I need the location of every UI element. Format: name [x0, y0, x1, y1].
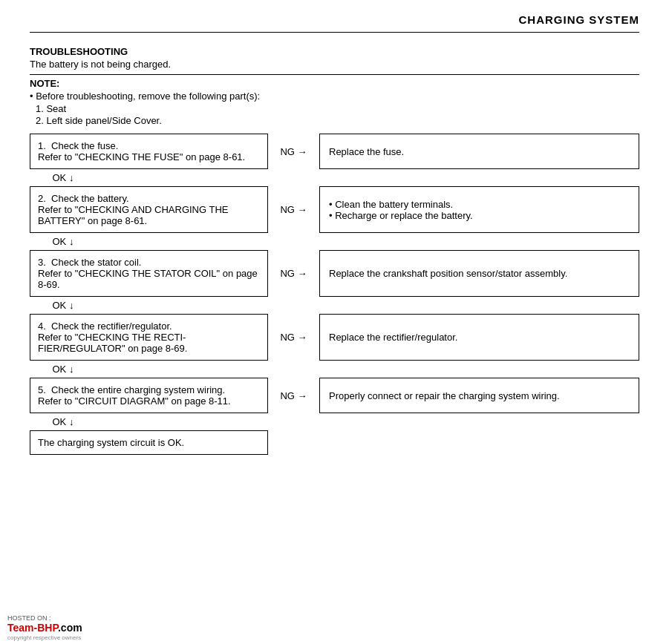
ok-row-2: OK ↓ — [30, 233, 639, 251]
final-step-text: The charging system circuit is OK. — [38, 437, 184, 448]
step-2-result-1: Clean the battery terminals. — [329, 199, 630, 210]
main-content: TROUBLESHOOTING The battery is not being… — [0, 40, 669, 470]
step-row-2: 2. Check the battery.Refer to "CHECKING … — [30, 187, 639, 233]
step-5-result: Properly connect or repair the charging … — [320, 378, 639, 413]
flow-table: 1. Check the fuse.Refer to "CHECKING THE… — [30, 134, 639, 455]
step-row-1: 1. Check the fuse.Refer to "CHECKING THE… — [30, 134, 639, 169]
step-2-result-2: Recharge or replace the battery. — [329, 210, 630, 221]
step-1-result: Replace the fuse. — [320, 134, 639, 169]
section-title: TROUBLESHOOTING — [30, 46, 639, 57]
footer-logo: Team-BHP — [7, 622, 58, 634]
step-3-ok: OK ↓ — [30, 297, 268, 315]
step-3-result: Replace the crankshaft position sensor/s… — [320, 251, 639, 297]
step-4-description: 4. Check the rectifier/regulator.Refer t… — [38, 321, 187, 354]
page-header: CHARGING SYSTEM — [0, 0, 669, 32]
note-label: NOTE: — [30, 78, 59, 89]
footer-logo-com: .com — [58, 622, 82, 634]
step-5-cell: 5. Check the entire charging system wiri… — [30, 378, 268, 413]
step-1-ng-arrow: NG → — [268, 134, 320, 169]
page-footer: HOSTED ON : Team-BHP.com copyright respe… — [0, 610, 669, 644]
page-container: CHARGING SYSTEM TROUBLESHOOTING The batt… — [0, 0, 669, 644]
ok-row-1: OK ↓ — [30, 169, 639, 187]
step-1-cell: 1. Check the fuse.Refer to "CHECKING THE… — [30, 134, 268, 169]
page-title: CHARGING SYSTEM — [518, 13, 639, 26]
step-1-ok: OK ↓ — [30, 169, 268, 187]
header-divider — [30, 32, 639, 33]
ok-row-5: OK ↓ — [30, 413, 639, 431]
note-divider — [30, 74, 639, 75]
step-row-3: 3. Check the stator coil.Refer to "CHECK… — [30, 251, 639, 297]
step-2-ng-arrow: NG → — [268, 187, 320, 233]
parts-list-item: 2. Left side panel/Side Cover. — [36, 115, 639, 126]
ok-row-3: OK ↓ — [30, 297, 639, 315]
final-step-row: The charging system circuit is OK. — [30, 431, 639, 455]
step-1-description: 1. Check the fuse.Refer to "CHECKING THE… — [38, 140, 245, 162]
step-2-description: 2. Check the battery.Refer to "CHECKING … — [38, 193, 228, 226]
step-row-5: 5. Check the entire charging system wiri… — [30, 378, 639, 413]
step-5-description: 5. Check the entire charging system wiri… — [38, 384, 231, 407]
section-subtitle: The battery is not being charged. — [30, 59, 639, 70]
step-2-result: Clean the battery terminals. Recharge or… — [320, 187, 639, 233]
step-5-ng-arrow: NG → — [268, 378, 320, 413]
step-4-ng-arrow: NG → — [268, 315, 320, 361]
step-2-cell: 2. Check the battery.Refer to "CHECKING … — [30, 187, 268, 233]
step-4-cell: 4. Check the rectifier/regulator.Refer t… — [30, 315, 268, 361]
step-3-ng-arrow: NG → — [268, 251, 320, 297]
footer-hosted-label: HOSTED ON : — [7, 614, 662, 622]
step-4-result: Replace the rectifier/regulator. — [320, 315, 639, 361]
step-2-result-list: Clean the battery terminals. Recharge or… — [329, 199, 630, 221]
step-4-ok: OK ↓ — [30, 361, 268, 378]
step-2-ok: OK ↓ — [30, 233, 268, 251]
note-header: NOTE: — [30, 78, 639, 89]
parts-list-item: 1. Seat — [36, 103, 639, 114]
final-step-cell: The charging system circuit is OK. — [30, 431, 268, 455]
step-row-4: 4. Check the rectifier/regulator.Refer t… — [30, 315, 639, 361]
ok-row-4: OK ↓ — [30, 361, 639, 378]
footer-copyright: copyright respective owners — [7, 634, 662, 641]
step-3-cell: 3. Check the stator coil.Refer to "CHECK… — [30, 251, 268, 297]
step-5-ok: OK ↓ — [30, 413, 268, 431]
note-text: • Before troubleshooting, remove the fol… — [30, 91, 639, 102]
step-3-description: 3. Check the stator coil.Refer to "CHECK… — [38, 257, 258, 290]
parts-list: 1. Seat 2. Left side panel/Side Cover. — [36, 103, 639, 126]
